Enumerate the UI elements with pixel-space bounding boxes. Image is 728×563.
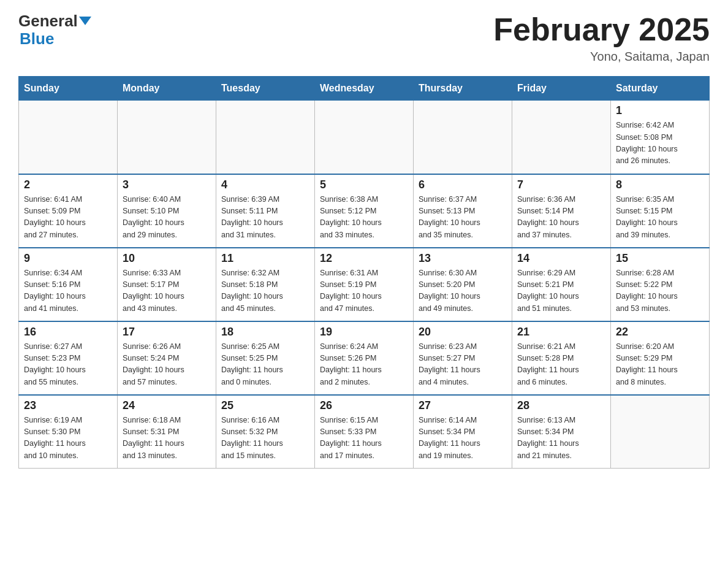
day-info: Sunrise: 6:19 AM Sunset: 5:30 PM Dayligh… [24,415,112,462]
header-friday: Friday [512,77,611,101]
table-row [216,101,315,174]
table-row: 24Sunrise: 6:18 AM Sunset: 5:31 PM Dayli… [118,395,216,469]
table-row: 25Sunrise: 6:16 AM Sunset: 5:32 PM Dayli… [216,395,315,469]
calendar-week-row: 9Sunrise: 6:34 AM Sunset: 5:16 PM Daylig… [19,248,710,321]
day-info: Sunrise: 6:15 AM Sunset: 5:33 PM Dayligh… [320,415,408,462]
table-row [611,395,710,469]
day-number: 25 [221,399,309,412]
table-row [414,101,512,174]
day-number: 16 [24,326,112,339]
table-row: 14Sunrise: 6:29 AM Sunset: 5:21 PM Dayli… [512,248,611,321]
calendar-week-row: 1Sunrise: 6:42 AM Sunset: 5:08 PM Daylig… [19,101,710,174]
table-row: 9Sunrise: 6:34 AM Sunset: 5:16 PM Daylig… [19,248,118,321]
table-row: 21Sunrise: 6:21 AM Sunset: 5:28 PM Dayli… [512,321,611,395]
day-info: Sunrise: 6:16 AM Sunset: 5:32 PM Dayligh… [221,415,309,462]
day-info: Sunrise: 6:40 AM Sunset: 5:10 PM Dayligh… [123,194,211,242]
day-number: 20 [419,326,507,339]
day-number: 8 [616,178,704,191]
day-number: 18 [221,326,309,339]
header-tuesday: Tuesday [216,77,315,101]
logo: General Blue [18,12,91,47]
day-info: Sunrise: 6:42 AM Sunset: 5:08 PM Dayligh… [616,120,704,167]
header-saturday: Saturday [611,77,710,101]
day-number: 12 [320,252,408,265]
day-info: Sunrise: 6:21 AM Sunset: 5:28 PM Dayligh… [517,341,605,389]
day-number: 10 [123,252,211,265]
day-number: 5 [320,178,408,191]
day-number: 6 [419,178,507,191]
logo-blue-text: Blue [20,29,54,48]
day-number: 2 [24,178,112,191]
day-info: Sunrise: 6:25 AM Sunset: 5:25 PM Dayligh… [221,341,309,389]
day-info: Sunrise: 6:26 AM Sunset: 5:24 PM Dayligh… [123,341,211,389]
day-info: Sunrise: 6:33 AM Sunset: 5:17 PM Dayligh… [123,267,211,315]
day-info: Sunrise: 6:28 AM Sunset: 5:22 PM Dayligh… [616,267,704,315]
day-number: 19 [320,326,408,339]
day-number: 4 [221,178,309,191]
day-number: 14 [517,252,605,265]
month-title: February 2025 [493,12,710,47]
table-row: 19Sunrise: 6:24 AM Sunset: 5:26 PM Dayli… [315,321,414,395]
day-info: Sunrise: 6:30 AM Sunset: 5:20 PM Dayligh… [419,267,507,315]
table-row [118,101,216,174]
page-header: General Blue February 2025 Yono, Saitama… [18,12,710,64]
table-row: 20Sunrise: 6:23 AM Sunset: 5:27 PM Dayli… [414,321,512,395]
table-row: 8Sunrise: 6:35 AM Sunset: 5:15 PM Daylig… [611,174,710,248]
day-number: 26 [320,399,408,412]
table-row: 28Sunrise: 6:13 AM Sunset: 5:34 PM Dayli… [512,395,611,469]
day-info: Sunrise: 6:13 AM Sunset: 5:34 PM Dayligh… [517,415,605,462]
header-thursday: Thursday [414,77,512,101]
logo-general-text: General [18,12,91,30]
day-info: Sunrise: 6:27 AM Sunset: 5:23 PM Dayligh… [24,341,112,389]
weekday-header-row: Sunday Monday Tuesday Wednesday Thursday… [19,77,710,101]
table-row: 15Sunrise: 6:28 AM Sunset: 5:22 PM Dayli… [611,248,710,321]
day-info: Sunrise: 6:29 AM Sunset: 5:21 PM Dayligh… [517,267,605,315]
day-number: 17 [123,326,211,339]
day-info: Sunrise: 6:24 AM Sunset: 5:26 PM Dayligh… [320,341,408,389]
day-number: 21 [517,326,605,339]
table-row: 17Sunrise: 6:26 AM Sunset: 5:24 PM Dayli… [118,321,216,395]
calendar-week-row: 23Sunrise: 6:19 AM Sunset: 5:30 PM Dayli… [19,395,710,469]
day-info: Sunrise: 6:23 AM Sunset: 5:27 PM Dayligh… [419,341,507,389]
day-info: Sunrise: 6:18 AM Sunset: 5:31 PM Dayligh… [123,415,211,462]
day-number: 15 [616,252,704,265]
table-row: 11Sunrise: 6:32 AM Sunset: 5:18 PM Dayli… [216,248,315,321]
table-row: 13Sunrise: 6:30 AM Sunset: 5:20 PM Dayli… [414,248,512,321]
table-row: 7Sunrise: 6:36 AM Sunset: 5:14 PM Daylig… [512,174,611,248]
table-row: 10Sunrise: 6:33 AM Sunset: 5:17 PM Dayli… [118,248,216,321]
day-number: 22 [616,326,704,339]
table-row: 5Sunrise: 6:38 AM Sunset: 5:12 PM Daylig… [315,174,414,248]
table-row: 22Sunrise: 6:20 AM Sunset: 5:29 PM Dayli… [611,321,710,395]
day-number: 23 [24,399,112,412]
day-info: Sunrise: 6:35 AM Sunset: 5:15 PM Dayligh… [616,194,704,242]
day-number: 7 [517,178,605,191]
day-number: 9 [24,252,112,265]
table-row [19,101,118,174]
table-row [315,101,414,174]
title-section: February 2025 Yono, Saitama, Japan [493,12,710,64]
calendar-table: Sunday Monday Tuesday Wednesday Thursday… [18,76,710,469]
calendar-week-row: 16Sunrise: 6:27 AM Sunset: 5:23 PM Dayli… [19,321,710,395]
day-number: 11 [221,252,309,265]
table-row: 1Sunrise: 6:42 AM Sunset: 5:08 PM Daylig… [611,101,710,174]
day-number: 1 [616,104,704,117]
day-info: Sunrise: 6:14 AM Sunset: 5:34 PM Dayligh… [419,415,507,462]
day-info: Sunrise: 6:32 AM Sunset: 5:18 PM Dayligh… [221,267,309,315]
calendar-week-row: 2Sunrise: 6:41 AM Sunset: 5:09 PM Daylig… [19,174,710,248]
table-row: 2Sunrise: 6:41 AM Sunset: 5:09 PM Daylig… [19,174,118,248]
day-number: 13 [419,252,507,265]
day-info: Sunrise: 6:31 AM Sunset: 5:19 PM Dayligh… [320,267,408,315]
location-text: Yono, Saitama, Japan [493,50,710,64]
table-row: 18Sunrise: 6:25 AM Sunset: 5:25 PM Dayli… [216,321,315,395]
day-info: Sunrise: 6:41 AM Sunset: 5:09 PM Dayligh… [24,194,112,242]
day-info: Sunrise: 6:38 AM Sunset: 5:12 PM Dayligh… [320,194,408,242]
table-row: 12Sunrise: 6:31 AM Sunset: 5:19 PM Dayli… [315,248,414,321]
table-row: 27Sunrise: 6:14 AM Sunset: 5:34 PM Dayli… [414,395,512,469]
table-row: 26Sunrise: 6:15 AM Sunset: 5:33 PM Dayli… [315,395,414,469]
table-row: 23Sunrise: 6:19 AM Sunset: 5:30 PM Dayli… [19,395,118,469]
day-number: 3 [123,178,211,191]
day-info: Sunrise: 6:20 AM Sunset: 5:29 PM Dayligh… [616,341,704,389]
day-info: Sunrise: 6:36 AM Sunset: 5:14 PM Dayligh… [517,194,605,242]
day-info: Sunrise: 6:39 AM Sunset: 5:11 PM Dayligh… [221,194,309,242]
header-wednesday: Wednesday [315,77,414,101]
